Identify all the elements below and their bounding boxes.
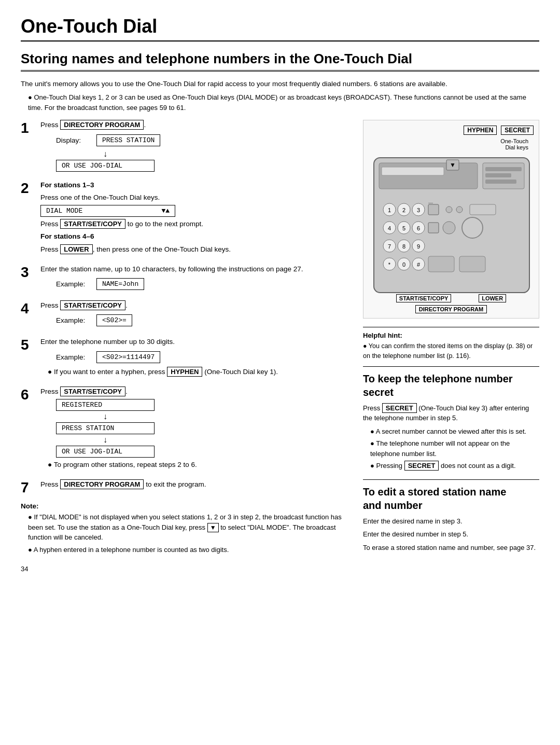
step-3-number: 3	[21, 265, 35, 280]
edit-stored-line-2: Enter the desired number in step 5.	[363, 529, 539, 540]
step-6-display-stack: REGISTERED ↓ PRESS STATION ↓ OR USE JOG-…	[56, 399, 351, 458]
svg-text:4: 4	[388, 225, 391, 231]
svg-rect-6	[485, 167, 522, 171]
step-2-row: 2 For stations 1–3 Press one of the One-…	[21, 180, 351, 257]
svg-rect-42	[459, 256, 485, 272]
step-5-example-value: <S02>=1114497	[96, 351, 160, 363]
svg-rect-19	[470, 204, 496, 215]
keep-secret-para1: Press SECRET (One-Touch Dial key 3) afte…	[363, 403, 539, 423]
step-5-display-row: Example: <S02>=1114497	[56, 350, 351, 365]
helpful-hint-text: ● You can confirm the stored items on th…	[363, 341, 539, 361]
step-1-number: 1	[21, 121, 35, 135]
step-2-dial-mode-box: DIAL MODE ▼▲	[40, 205, 175, 217]
step-7-text: Press DIRECTORY PROGRAM to exit the prog…	[40, 479, 351, 490]
step-6-display-3: OR USE JOG-DIAL	[56, 446, 155, 458]
step-3-content: Enter the station name, up to 10 charact…	[40, 264, 351, 293]
keep-secret-title: To keep the telephone number secret	[363, 372, 539, 399]
step-1-display-1: PRESS STATION	[96, 134, 160, 146]
keep-secret-bullet-2: ● The telephone number will not appear o…	[370, 438, 539, 459]
step-2-instruction: Press START/SET/COPY to go to the next p…	[40, 219, 351, 229]
step-4-row: 4 Press START/SET/COPY. Example: <S02>=	[21, 300, 351, 329]
svg-rect-26	[428, 223, 439, 233]
step-6-number: 6	[21, 388, 35, 402]
page-number: 34	[21, 565, 351, 573]
step-1-display-label: Display:	[56, 136, 92, 144]
svg-rect-8	[485, 180, 516, 184]
helpful-hint-box: Helpful hint: ● You can confirm the stor…	[363, 327, 539, 361]
right-column: HYPHEN SECRET One-TouchDial keys ▼	[363, 120, 539, 573]
step-1-text: Press DIRECTORY PROGRAM.	[40, 120, 351, 130]
directory-program-key-7: DIRECTORY PROGRAM	[60, 479, 144, 489]
hyphen-label: HYPHEN	[464, 126, 497, 135]
step-4-text: Press START/SET/COPY.	[40, 300, 351, 311]
step-6-arrow-1: ↓	[56, 412, 155, 421]
directory-program-key-1: DIRECTORY PROGRAM	[60, 120, 144, 130]
step-3-example-label: Example:	[56, 280, 92, 288]
svg-text:0: 0	[402, 261, 405, 268]
step-6-arrow-2: ↓	[56, 435, 155, 445]
step-5-row: 5 Enter the telephone number up to 30 di…	[21, 337, 351, 379]
edit-stored-line-3: To erase a stored station name and numbe…	[363, 543, 539, 553]
step-3-text: Enter the station name, up to 10 charact…	[40, 264, 351, 274]
step-4-content: Press START/SET/COPY. Example: <S02>=	[40, 300, 351, 329]
dial-mode-arrows: ▼▲	[161, 207, 170, 215]
keep-secret-bullet-3: ● Pressing SECRET does not count as a di…	[370, 461, 539, 471]
step-4-number: 4	[21, 301, 35, 316]
step-6-content: Press START/SET/COPY. REGISTERED ↓ PRESS…	[40, 387, 351, 473]
step-5-example-label: Example:	[56, 353, 92, 361]
step-7-content: Press DIRECTORY PROGRAM to exit the prog…	[40, 479, 351, 492]
lower-key-2: LOWER	[60, 244, 92, 254]
secret-label: SECRET	[501, 126, 534, 135]
step-6-display-2: PRESS STATION	[56, 422, 155, 434]
down-arrow-key-note: ▼	[207, 523, 219, 532]
svg-rect-41	[428, 256, 454, 272]
dial-mode-text: DIAL MODE	[46, 207, 82, 215]
svg-text:8: 8	[402, 243, 405, 250]
start-set-copy-device-label: START/SET/COPY	[396, 294, 452, 302]
main-layout: 1 Press DIRECTORY PROGRAM. Display: PRES…	[21, 120, 539, 573]
device-top-labels: HYPHEN SECRET	[369, 126, 534, 135]
device-svg: ▼ 1 2 3 — 4	[369, 153, 535, 298]
step-7-row: 7 Press DIRECTORY PROGRAM to exit the pr…	[21, 479, 351, 495]
note-bullet-2: ● A hyphen entered in a telephone number…	[28, 545, 351, 555]
note-bullet-1: ● If "DIAL MODE" is not displayed when y…	[28, 512, 351, 543]
hyphen-key-5: HYPHEN	[167, 367, 202, 377]
svg-point-17	[446, 206, 452, 213]
step-2-content: For stations 1–3 Press one of the One-To…	[40, 180, 351, 257]
intro-bullet: ● One-Touch Dial keys 1, 2 or 3 can be u…	[28, 92, 539, 113]
edit-stored-title: To edit a stored station name and number	[363, 485, 539, 512]
directory-program-device-label: DIRECTORY PROGRAM	[415, 305, 487, 313]
separator-1	[363, 366, 539, 367]
step-1-content: Press DIRECTORY PROGRAM. Display: PRESS …	[40, 120, 351, 172]
page-title: One-Touch Dial	[21, 16, 539, 42]
one-touch-dial-keys-label: One-TouchDial keys	[369, 138, 528, 150]
svg-text:▼: ▼	[450, 161, 456, 169]
svg-point-28	[462, 217, 483, 238]
helpful-hint-title: Helpful hint:	[363, 332, 539, 339]
start-set-copy-key-6: START/SET/COPY	[60, 387, 125, 396]
svg-text:*: *	[388, 261, 391, 268]
step-5-content: Enter the telephone number up to 30 digi…	[40, 337, 351, 379]
secret-key-right-2: SECRET	[404, 461, 439, 471]
step-1-arrow-1: ↓	[56, 149, 155, 159]
step-5-bullet: ● If you want to enter a hyphen, press H…	[48, 367, 351, 377]
directory-program-device-label-wrapper: DIRECTORY PROGRAM	[369, 305, 534, 313]
step-7-number: 7	[21, 480, 35, 495]
step-4-display-row: Example: <S02>=	[56, 313, 351, 328]
step-3-display-row: Example: NAME=John	[56, 277, 351, 292]
lower-device-label: LOWER	[479, 294, 506, 302]
step-6-row: 6 Press START/SET/COPY. REGISTERED ↓ PRE…	[21, 387, 351, 473]
step-1-display-row: Display: PRESS STATION	[56, 133, 351, 148]
step-1-display-2: OR USE JOG-DIAL	[56, 160, 155, 172]
note-title: Note:	[21, 502, 351, 510]
svg-text:6: 6	[417, 225, 420, 231]
svg-text:9: 9	[417, 243, 420, 250]
svg-rect-15	[428, 204, 439, 215]
intro-text: The unit's memory allows you to use the …	[21, 79, 539, 89]
edit-stored-section: To edit a stored station name and number…	[363, 485, 539, 553]
step-4-example-label: Example:	[56, 316, 92, 324]
section-title: Storing names and telephone numbers in t…	[21, 51, 539, 72]
device-diagram: HYPHEN SECRET One-TouchDial keys ▼	[363, 120, 539, 319]
step-2-substep1-label: For stations 1–3	[40, 180, 351, 190]
step-6-text: Press START/SET/COPY.	[40, 387, 351, 397]
